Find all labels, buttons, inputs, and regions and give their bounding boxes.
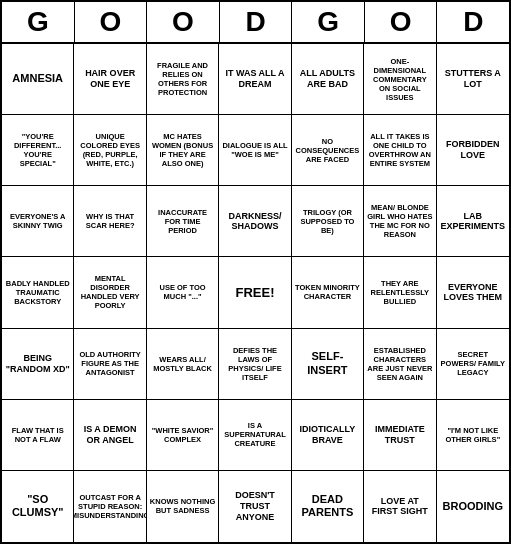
cell-1: HAIR OVER ONE EYE [74, 44, 146, 115]
cell-11: NO CONSEQUENCES ARE FACED [292, 115, 364, 186]
cell-33: ESTABLISHED CHARACTERS ARE JUST NEVER SE… [364, 329, 436, 400]
cell-18: TRILOGY (OR SUPPOSED TO BE) [292, 186, 364, 257]
cell-6: STUTTERS A LOT [437, 44, 509, 115]
cell-9: MC HATES WOMEN (BONUS IF THEY ARE ALSO O… [147, 115, 219, 186]
cell-36: IS A DEMON OR ANGEL [74, 400, 146, 471]
bingo-grid: AMNESIAHAIR OVER ONE EYEFRAGILE AND RELI… [2, 44, 509, 542]
cell-3: IT WAS ALL A DREAM [219, 44, 291, 115]
cell-45: DOESN'T TRUST ANYONE [219, 471, 291, 542]
bingo-board: GOODGOD AMNESIAHAIR OVER ONE EYEFRAGILE … [0, 0, 511, 544]
cell-17: DARKNESS/ SHADOWS [219, 186, 291, 257]
cell-20: LAB EXPERIMENTS [437, 186, 509, 257]
header-row: GOODGOD [2, 2, 509, 44]
header-letter-D-3: D [220, 2, 293, 42]
header-letter-O-2: O [147, 2, 220, 42]
cell-30: WEARS ALL/ MOSTLY BLACK [147, 329, 219, 400]
cell-39: IDIOTICALLY BRAVE [292, 400, 364, 471]
cell-16: INACCURATE FOR TIME PERIOD [147, 186, 219, 257]
cell-26: THEY ARE RELENTLESSLY BULLIED [364, 257, 436, 328]
cell-8: UNIQUE COLORED EYES (RED, PURPLE, WHITE,… [74, 115, 146, 186]
cell-7: "YOU'RE DIFFERENT... YOU'RE SPECIAL" [2, 115, 74, 186]
cell-0: AMNESIA [2, 44, 74, 115]
cell-35: FLAW THAT IS NOT A FLAW [2, 400, 74, 471]
cell-29: OLD AUTHORITY FIGURE AS THE ANTAGONIST [74, 329, 146, 400]
cell-48: BROODING [437, 471, 509, 542]
cell-40: IMMEDIATE TRUST [364, 400, 436, 471]
header-letter-O-1: O [75, 2, 148, 42]
cell-13: FORBIDDEN LOVE [437, 115, 509, 186]
cell-14: EVERYONE'S A SKINNY TWIG [2, 186, 74, 257]
cell-32: SELF-INSERT [292, 329, 364, 400]
cell-23: USE OF TOO MUCH "..." [147, 257, 219, 328]
header-letter-G-0: G [2, 2, 75, 42]
cell-21: BADLY HANDLED TRAUMATIC BACKSTORY [2, 257, 74, 328]
cell-10: DIALOGUE IS ALL "WOE IS ME" [219, 115, 291, 186]
header-letter-G-4: G [292, 2, 365, 42]
cell-5: ONE-DIMENSIONAL COMMENTARY ON SOCIAL ISS… [364, 44, 436, 115]
cell-46: DEAD PARENTS [292, 471, 364, 542]
cell-12: ALL IT TAKES IS ONE CHILD TO OVERTHROW A… [364, 115, 436, 186]
cell-44: KNOWS NOTHING BUT SADNESS [147, 471, 219, 542]
cell-37: "WHITE SAVIOR" COMPLEX [147, 400, 219, 471]
cell-25: TOKEN MINORITY CHARACTER [292, 257, 364, 328]
cell-47: LOVE AT FIRST SIGHT [364, 471, 436, 542]
cell-24: Free! [219, 257, 291, 328]
cell-4: ALL ADULTS ARE BAD [292, 44, 364, 115]
cell-41: "I'M NOT LIKE OTHER GIRLS" [437, 400, 509, 471]
cell-27: EVERYONE LOVES THEM [437, 257, 509, 328]
cell-28: BEING "RANDOM XD" [2, 329, 74, 400]
cell-42: "SO CLUMSY" [2, 471, 74, 542]
cell-34: SECRET POWERS/ FAMILY LEGACY [437, 329, 509, 400]
header-letter-D-6: D [437, 2, 509, 42]
cell-19: MEAN/ BLONDE GIRL WHO HATES THE MC FOR N… [364, 186, 436, 257]
cell-15: WHY IS THAT SCAR HERE? [74, 186, 146, 257]
cell-2: FRAGILE AND RELIES ON OTHERS FOR PROTECT… [147, 44, 219, 115]
header-letter-O-5: O [365, 2, 438, 42]
cell-22: MENTAL DISORDER HANDLED VERY POORLY [74, 257, 146, 328]
cell-38: IS A SUPERNATURAL CREATURE [219, 400, 291, 471]
cell-43: OUTCAST FOR A STUPID REASON: MISUNDERSTA… [74, 471, 146, 542]
cell-31: DEFIES THE LAWS OF PHYSICS/ LIFE ITSELF [219, 329, 291, 400]
